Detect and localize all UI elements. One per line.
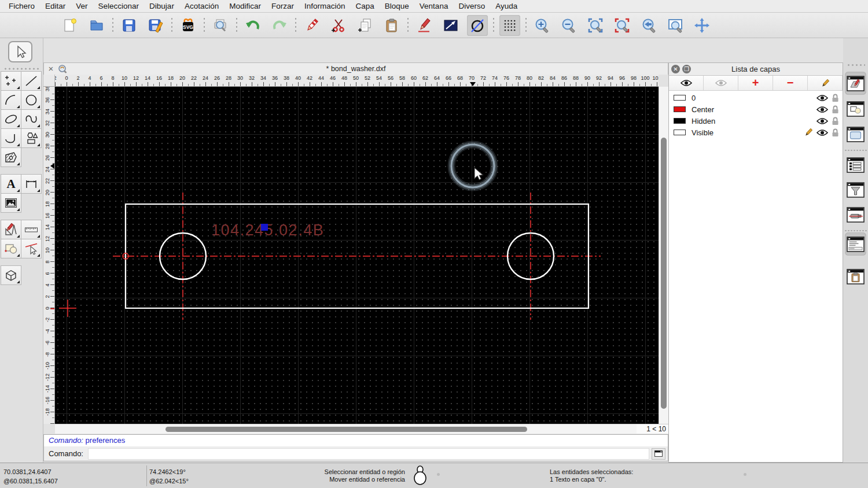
redo-button[interactable] bbox=[269, 15, 290, 36]
line-tool-button[interactable] bbox=[440, 15, 461, 36]
copy-button[interactable] bbox=[355, 15, 376, 36]
print-preview-button[interactable] bbox=[210, 15, 231, 36]
layer-row-visible[interactable]: Visible bbox=[669, 127, 843, 138]
highlighted-circle-ring-0[interactable] bbox=[448, 142, 497, 190]
spline-tool-button[interactable] bbox=[21, 109, 42, 129]
measure-tool-button[interactable] bbox=[21, 220, 42, 239]
layer-color-swatch[interactable] bbox=[674, 118, 686, 124]
layer-lock-icon[interactable] bbox=[832, 128, 839, 137]
command-input[interactable] bbox=[88, 448, 649, 460]
zoom-current-button[interactable] bbox=[612, 15, 632, 36]
cube-3d-tool-button[interactable] bbox=[1, 265, 21, 285]
cut-button[interactable] bbox=[328, 15, 349, 36]
open-file-button[interactable] bbox=[86, 15, 107, 36]
dock-clipboard-toggle[interactable] bbox=[845, 265, 866, 288]
menu-acotacion[interactable]: Acotación bbox=[179, 0, 224, 13]
dock-layer-list-toggle[interactable] bbox=[845, 72, 866, 95]
paste-button[interactable] bbox=[381, 15, 402, 36]
modify-tool-button[interactable] bbox=[1, 220, 21, 239]
draw-pencil-button[interactable] bbox=[414, 15, 435, 36]
highlighted-circle-ring-4[interactable] bbox=[454, 147, 491, 184]
layer-row-hidden[interactable]: Hidden bbox=[669, 115, 843, 127]
menu-editar[interactable]: Editar bbox=[40, 0, 71, 13]
circle-tool-button[interactable] bbox=[21, 90, 42, 110]
palette-drag-handle[interactable] bbox=[3, 67, 39, 71]
undo-button[interactable] bbox=[242, 15, 263, 36]
zoom-out-button[interactable] bbox=[558, 15, 579, 36]
highlighted-circle-ring-3[interactable] bbox=[453, 146, 493, 186]
vertical-scrollbar-thumb[interactable] bbox=[661, 138, 667, 409]
circle-tool-button[interactable] bbox=[467, 15, 488, 36]
layer-visibility-icon[interactable] bbox=[816, 94, 828, 102]
select-entity-tool-button[interactable] bbox=[21, 239, 42, 258]
erase-button[interactable] bbox=[301, 15, 322, 36]
menu-diverso[interactable]: Diverso bbox=[453, 0, 490, 13]
zoom-pan-button[interactable] bbox=[692, 15, 712, 36]
layer-row-0[interactable]: 0 bbox=[669, 92, 843, 103]
dock-pen-palette-toggle[interactable] bbox=[845, 203, 866, 226]
remove-layer-button[interactable]: − bbox=[773, 76, 808, 90]
layer-visibility-icon[interactable] bbox=[816, 117, 828, 125]
block-tool-button[interactable] bbox=[1, 239, 21, 258]
selection-handle[interactable] bbox=[261, 224, 268, 231]
menu-modificar[interactable]: Modificar bbox=[224, 0, 266, 13]
polygon-tool-button[interactable] bbox=[21, 128, 42, 148]
dock-layer-filter-toggle[interactable] bbox=[845, 178, 866, 201]
layer-color-swatch[interactable] bbox=[674, 95, 686, 101]
menu-bloque[interactable]: Bloque bbox=[380, 0, 414, 13]
ellipse-tool-button[interactable] bbox=[1, 109, 21, 129]
hatch-tool-button[interactable] bbox=[1, 147, 21, 167]
export-svg-button[interactable]: SVG bbox=[178, 15, 198, 36]
dock-entity-list-toggle[interactable] bbox=[845, 153, 866, 176]
highlighted-circle-ring-1[interactable] bbox=[450, 143, 496, 189]
vertical-scrollbar[interactable] bbox=[659, 87, 668, 424]
layer-visibility-icon[interactable] bbox=[816, 129, 828, 136]
horizontal-scrollbar-thumb[interactable] bbox=[165, 427, 527, 432]
hide-all-layers-button[interactable] bbox=[704, 76, 738, 90]
layer-visibility-icon[interactable] bbox=[816, 106, 828, 113]
menu-forzar[interactable]: Forzar bbox=[266, 0, 299, 13]
points-tool-button[interactable] bbox=[1, 71, 21, 91]
horizontal-scrollbar[interactable] bbox=[55, 424, 637, 434]
dock-command-line-toggle[interactable] bbox=[845, 232, 866, 256]
text-tool-button[interactable]: A bbox=[1, 174, 21, 194]
menu-ventana[interactable]: Ventana bbox=[414, 0, 454, 13]
menu-ayuda[interactable]: Ayuda bbox=[490, 0, 523, 13]
command-detach-button[interactable] bbox=[652, 448, 665, 460]
dimension-tool-button[interactable] bbox=[21, 174, 42, 194]
menu-informacion[interactable]: Información bbox=[299, 0, 351, 13]
drawing-canvas[interactable]: 104.245.02.4B bbox=[55, 87, 659, 424]
layer-row-center[interactable]: Center bbox=[669, 103, 843, 115]
menu-fichero[interactable]: Fichero bbox=[3, 0, 40, 13]
menu-dibujar[interactable]: Dibujar bbox=[144, 0, 179, 13]
layer-color-swatch[interactable] bbox=[674, 130, 686, 135]
select-arrow-tool[interactable] bbox=[8, 41, 32, 62]
highlighted-circle-ring-2[interactable] bbox=[451, 145, 494, 187]
dock-library-browser-toggle[interactable] bbox=[845, 123, 866, 146]
menu-ver[interactable]: Ver bbox=[71, 0, 93, 13]
menu-seleccionar[interactable]: Seleccionar bbox=[93, 0, 145, 13]
origin-cross[interactable] bbox=[59, 300, 76, 317]
zoom-auto-button[interactable] bbox=[585, 15, 606, 36]
grid-toggle-button[interactable] bbox=[499, 15, 520, 36]
show-all-layers-button[interactable] bbox=[669, 76, 704, 90]
dock-strip-handle[interactable] bbox=[847, 64, 865, 66]
layer-lock-icon[interactable] bbox=[832, 94, 839, 102]
save-button[interactable] bbox=[119, 15, 139, 36]
mouse-cursor[interactable] bbox=[475, 168, 483, 180]
new-document-button[interactable] bbox=[60, 15, 80, 36]
zoom-in-button[interactable] bbox=[532, 15, 553, 36]
layer-lock-icon[interactable] bbox=[832, 117, 839, 125]
layer-color-swatch[interactable] bbox=[674, 106, 686, 112]
dock-block-list-toggle[interactable] bbox=[845, 97, 866, 120]
zoom-previous-button[interactable] bbox=[638, 15, 659, 36]
layer-lock-icon[interactable] bbox=[832, 105, 839, 114]
add-layer-button[interactable]: + bbox=[738, 76, 773, 90]
edit-layer-button[interactable] bbox=[808, 76, 843, 90]
save-as-button[interactable] bbox=[145, 15, 166, 36]
menu-capa[interactable]: Capa bbox=[351, 0, 380, 13]
zoom-window-button[interactable] bbox=[665, 15, 686, 36]
image-tool-button[interactable] bbox=[1, 193, 21, 213]
arc-tool-button[interactable] bbox=[1, 90, 21, 110]
line-tool-button[interactable] bbox=[21, 71, 42, 91]
